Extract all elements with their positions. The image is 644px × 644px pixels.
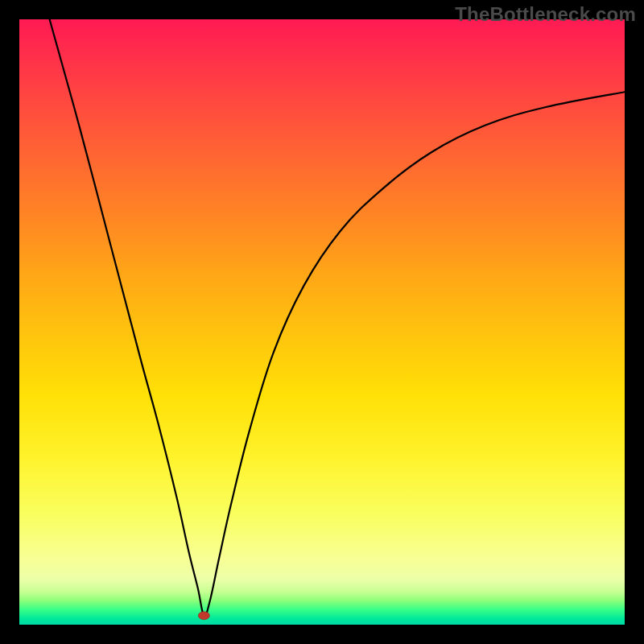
optimum-marker xyxy=(198,612,209,620)
watermark-text: TheBottleneck.com xyxy=(455,3,636,26)
bottleneck-curve xyxy=(50,19,625,616)
curve-layer xyxy=(19,19,625,625)
plot-frame xyxy=(19,19,625,625)
chart-container: TheBottleneck.com xyxy=(0,0,644,644)
plot-area xyxy=(19,19,625,625)
